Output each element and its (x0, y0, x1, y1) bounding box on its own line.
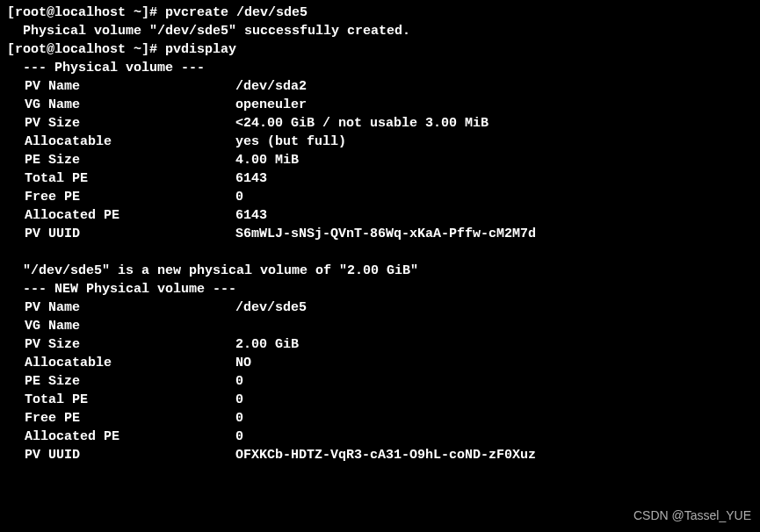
pv-size-row: PV Size<24.00 GiB / not usable 3.00 MiB (7, 114, 753, 133)
field-value: <24.00 GiB / not usable 3.00 MiB (235, 114, 489, 133)
command-text: pvdisplay (165, 42, 236, 57)
field-label: VG Name (7, 96, 235, 114)
pv-name-row: PV Name/dev/sde5 (7, 298, 753, 317)
total-pe-row: Total PE6143 (7, 169, 753, 188)
field-value: 4.00 MiB (235, 151, 299, 169)
section-header-new: --- NEW Physical volume --- (7, 280, 753, 298)
field-label: Allocatable (7, 133, 235, 151)
allocatable-row: AllocatableNO (7, 354, 753, 372)
free-pe-row: Free PE0 (7, 188, 753, 206)
shell-prompt: [root@localhost ~]# (7, 42, 165, 57)
field-label: PV Name (7, 77, 235, 96)
field-value: 0 (235, 428, 243, 446)
field-value: 6143 (235, 206, 267, 225)
field-label: PV Name (7, 298, 235, 317)
field-value: openeuler (235, 96, 307, 114)
field-label: Free PE (7, 409, 235, 428)
vg-name-row: VG Nameopeneuler (7, 96, 753, 114)
field-value: 0 (235, 372, 243, 391)
shell-prompt: [root@localhost ~]# (7, 5, 165, 20)
field-label: PE Size (7, 372, 235, 391)
new-pv-msg: "/dev/sde5" is a new physical volume of … (7, 262, 753, 280)
free-pe-row: Free PE0 (7, 409, 753, 428)
field-value: yes (but full) (235, 133, 346, 151)
prompt-line-1[interactable]: [root@localhost ~]# pvcreate /dev/sde5 (7, 4, 753, 22)
pv-size-row: PV Size2.00 GiB (7, 335, 753, 354)
field-value: 6143 (235, 169, 267, 188)
field-value: /dev/sde5 (235, 298, 307, 317)
allocatable-row: Allocatableyes (but full) (7, 133, 753, 151)
field-label: Allocated PE (7, 206, 235, 225)
prompt-line-2[interactable]: [root@localhost ~]# pvdisplay (7, 40, 753, 59)
pv-uuid-row: PV UUIDOFXKCb-HDTZ-VqR3-cA31-O9hL-coND-z… (7, 446, 753, 464)
blank-line (7, 243, 753, 262)
field-value: NO (235, 354, 251, 372)
section-header: --- Physical volume --- (7, 59, 753, 77)
alloc-pe-row: Allocated PE0 (7, 428, 753, 446)
field-value: 0 (235, 409, 243, 428)
field-label: PV Size (7, 335, 235, 354)
field-label: PV Size (7, 114, 235, 133)
field-label: Allocatable (7, 354, 235, 372)
field-value: OFXKCb-HDTZ-VqR3-cA31-O9hL-coND-zF0Xuz (235, 446, 536, 464)
field-value: S6mWLJ-sNSj-QVnT-86Wq-xKaA-Pffw-cM2M7d (235, 225, 536, 243)
field-label: VG Name (7, 317, 235, 335)
field-label: Allocated PE (7, 428, 235, 446)
pe-size-row: PE Size4.00 MiB (7, 151, 753, 169)
field-value: 0 (235, 188, 243, 206)
field-label: PE Size (7, 151, 235, 169)
output-success-msg: Physical volume "/dev/sde5" successfully… (7, 22, 753, 40)
pv-name-row: PV Name/dev/sda2 (7, 77, 753, 96)
field-label: Total PE (7, 169, 235, 188)
terminal-output: [root@localhost ~]# pvcreate /dev/sde5 P… (7, 4, 753, 464)
vg-name-row: VG Name (7, 317, 753, 335)
field-label: Free PE (7, 188, 235, 206)
field-value: /dev/sda2 (235, 77, 307, 96)
field-value: 2.00 GiB (235, 335, 299, 354)
command-text: pvcreate /dev/sde5 (165, 5, 308, 20)
pv-uuid-row: PV UUIDS6mWLJ-sNSj-QVnT-86Wq-xKaA-Pffw-c… (7, 225, 753, 243)
watermark-text: CSDN @Tassel_YUE (633, 507, 751, 525)
field-label: PV UUID (7, 446, 235, 464)
total-pe-row: Total PE0 (7, 391, 753, 409)
field-label: Total PE (7, 391, 235, 409)
field-value: 0 (235, 391, 243, 409)
alloc-pe-row: Allocated PE6143 (7, 206, 753, 225)
field-label: PV UUID (7, 225, 235, 243)
pe-size-row: PE Size0 (7, 372, 753, 391)
